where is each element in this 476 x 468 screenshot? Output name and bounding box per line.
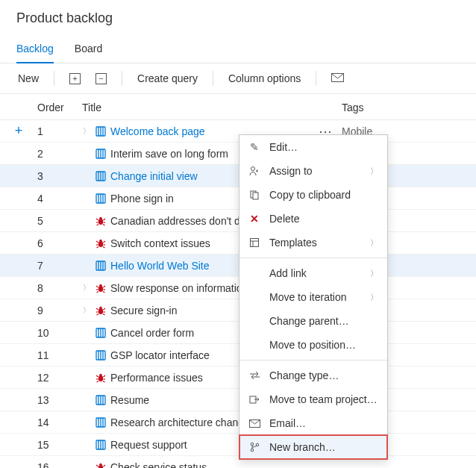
table-row[interactable]: 3Change initial view [0, 165, 476, 187]
table-row[interactable]: 2Interim save on long form [0, 143, 476, 165]
create-query-button[interactable]: Create query [133, 69, 202, 87]
table-row[interactable]: 14Research architecture changes [0, 411, 476, 434]
menu-copy[interactable]: Copy to clipboard [239, 183, 387, 207]
add-child-icon[interactable]: + [15, 123, 23, 139]
work-item-title[interactable]: Interim save on long form [110, 148, 228, 160]
column-title[interactable]: Title [82, 102, 342, 113]
work-item-title[interactable]: Check service status [110, 461, 207, 469]
svg-point-38 [99, 284, 102, 287]
expand-icon[interactable]: 〉 [82, 283, 91, 293]
title-cell[interactable]: Check service status [82, 461, 342, 469]
table-row[interactable]: 12Performance issues [0, 366, 476, 389]
page-title: Product backlog [0, 0, 476, 32]
expand-icon[interactable]: 〉 [82, 126, 91, 137]
work-item-title[interactable]: Cancel order form [110, 327, 194, 339]
pbi-icon [95, 126, 106, 137]
svg-line-23 [97, 224, 99, 225]
mail-icon [248, 419, 260, 428]
table-header: Order Title Tags [0, 94, 476, 120]
work-item-title[interactable]: Secure sign-in [110, 305, 178, 316]
svg-rect-92 [251, 239, 259, 247]
bug-icon [95, 283, 106, 293]
menu-templates[interactable]: Templates 〉 [239, 231, 387, 255]
column-order[interactable]: Order [37, 102, 82, 113]
email-button[interactable] [327, 69, 348, 87]
menu-add-link[interactable]: Add link 〉 [239, 261, 387, 285]
order-cell: 9 [37, 305, 82, 316]
tab-backlog[interactable]: Backlog [16, 38, 54, 63]
order-cell: 2 [37, 148, 82, 160]
menu-label: Assign to [269, 165, 361, 177]
table-row[interactable]: 16Check service status [0, 456, 476, 468]
column-options-button[interactable]: Column options [224, 69, 305, 87]
order-cell: 5 [37, 215, 82, 227]
table-row[interactable]: 9〉Secure sign-in [0, 299, 476, 322]
column-tags[interactable]: Tags [342, 102, 476, 113]
work-item-title[interactable]: Resume [110, 394, 149, 406]
order-cell: 8 [37, 282, 82, 294]
work-item-title[interactable]: Phone sign in [110, 193, 174, 205]
work-item-title[interactable]: Canadian addresses don't disp [110, 215, 254, 227]
menu-new-branch[interactable]: New branch… [239, 435, 387, 459]
expand-all-button[interactable]: + [65, 70, 85, 87]
svg-point-82 [99, 463, 102, 466]
menu-move-to-position[interactable]: Move to position… [239, 333, 387, 357]
svg-point-98 [251, 449, 254, 452]
bug-icon [95, 238, 106, 249]
separator [316, 71, 316, 86]
work-item-title[interactable]: Switch context issues [110, 237, 210, 249]
pbi-icon [95, 193, 106, 204]
menu-move-to-team-project[interactable]: Move to team project… [239, 387, 387, 411]
table-row[interactable]: 4Phone sign in [0, 187, 476, 210]
svg-line-44 [103, 291, 105, 293]
plus-box-icon: + [69, 73, 81, 84]
menu-move-to-iteration[interactable]: Move to iteration 〉 [239, 285, 387, 309]
bug-icon [95, 372, 106, 383]
menu-edit[interactable]: ✎ Edit… [239, 135, 387, 159]
menu-email[interactable]: Email… [239, 411, 387, 435]
collapse-all-button[interactable]: − [91, 70, 111, 87]
expand-icon[interactable]: 〉 [82, 305, 91, 316]
table-row[interactable]: 6Switch context issues [0, 232, 476, 255]
menu-label: Change type… [269, 369, 378, 381]
order-cell: 14 [37, 416, 82, 428]
work-item-title[interactable]: Welcome back page [110, 125, 205, 137]
menu-label: Delete [269, 213, 378, 225]
table-row[interactable]: 8〉Slow response on information [0, 277, 476, 299]
svg-line-68 [103, 381, 105, 382]
work-item-title[interactable]: Change initial view [110, 170, 198, 182]
work-item-title[interactable]: Slow response on information [110, 282, 248, 294]
menu-change-type[interactable]: Change type… [239, 364, 387, 387]
table-row[interactable]: 7Hello World Web Site [0, 255, 476, 277]
delete-icon: ✕ [248, 213, 260, 225]
menu-label: Move to team project… [269, 393, 378, 405]
table-row[interactable]: +1〉Welcome back page⋯Mobile [0, 120, 476, 143]
table-row[interactable]: 15Request support [0, 434, 476, 456]
chevron-right-icon: 〉 [370, 166, 378, 177]
work-item-title[interactable]: Hello World Web Site [110, 260, 210, 272]
table-row[interactable]: 5Canadian addresses don't disp [0, 210, 476, 232]
menu-label: Templates [269, 237, 361, 249]
work-item-title[interactable]: Performance issues [110, 372, 203, 384]
table-row[interactable]: 13Resume [0, 389, 476, 411]
table-row[interactable]: 10Cancel order form [0, 322, 476, 344]
tab-board[interactable]: Board [75, 38, 102, 63]
menu-change-parent[interactable]: Change parent… [239, 309, 387, 333]
work-item-title[interactable]: GSP locator interface [110, 349, 210, 361]
svg-point-62 [99, 373, 102, 376]
work-item-title[interactable]: Request support [110, 439, 187, 451]
svg-line-67 [97, 381, 99, 382]
svg-line-64 [104, 375, 106, 377]
work-item-title[interactable]: Research architecture changes [110, 416, 255, 428]
table-row[interactable]: 11GSP locator interface [0, 344, 476, 366]
menu-delete[interactable]: ✕ Delete [239, 207, 387, 231]
order-cell: 3 [37, 170, 82, 182]
new-button[interactable]: New [13, 69, 43, 87]
svg-rect-91 [253, 193, 258, 199]
menu-label: Move to position… [269, 339, 378, 351]
svg-line-31 [97, 246, 99, 248]
chevron-right-icon: 〉 [370, 268, 378, 279]
menu-assign-to[interactable]: Assign to 〉 [239, 159, 387, 183]
bug-icon [95, 305, 106, 316]
pbi-icon [95, 171, 106, 181]
